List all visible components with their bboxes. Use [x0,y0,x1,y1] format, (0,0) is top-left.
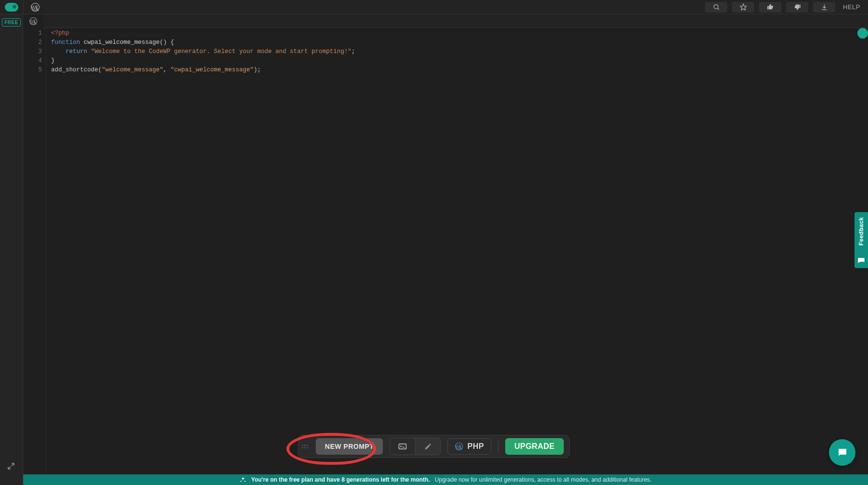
edit-mode-toggle[interactable] [415,438,440,455]
line-number: 5 [23,66,46,75]
svg-point-1 [714,5,718,9]
code-token: <?php [51,30,69,37]
chat-fab[interactable] [829,439,855,466]
code-token: , [163,67,171,73]
code-surface[interactable]: 1 2 3 4 5 <?phpfunction cwpai_welcome_me… [23,28,868,485]
banner-main: You're on the free plan and have 8 gener… [251,476,430,483]
svg-marker-2 [740,4,746,10]
upgrade-button[interactable]: UPGRADE [505,438,564,455]
top-header: HELP [0,0,868,14]
language-label: PHP [467,442,484,451]
code-token: ); [254,67,261,73]
feedback-tab[interactable]: Feedback [854,212,868,268]
banner-text: You're on the free plan and have 8 gener… [251,476,430,483]
console-mode-toggle[interactable] [390,438,415,455]
download-button[interactable] [813,2,835,13]
thumbs-down-icon [794,3,801,11]
feedback-label: Feedback [858,217,865,245]
wordpress-tab[interactable] [23,0,46,14]
search-button[interactable] [705,2,727,13]
wordpress-icon [455,442,463,451]
new-prompt-button[interactable]: NEW PROMPT [316,438,383,455]
star-icon [740,3,747,11]
mode-toggle-group [390,438,441,455]
svg-rect-4 [399,444,407,449]
thumbs-up-icon [767,3,774,11]
header-left [0,0,46,14]
user-avatar[interactable] [857,28,868,39]
bottom-toolbar: NEW PROMPT PHP UPGRADE [298,435,570,458]
search-icon [713,3,720,11]
pencil-icon [424,443,432,450]
tab-strip [23,14,868,28]
language-selector[interactable]: PHP [448,438,491,455]
line-number: 2 [23,38,46,47]
editor: 1 2 3 4 5 <?phpfunction cwpai_welcome_me… [23,14,868,485]
tab-wordpress[interactable] [23,14,43,28]
code-token: return [66,48,87,55]
line-number: 4 [23,56,46,66]
codewp-logo-icon [5,3,18,12]
code-token [87,48,91,55]
code-token: add_shortcode( [51,67,102,73]
toolbar-divider [498,440,499,453]
chat-icon [837,447,848,458]
expand-icon [7,462,15,471]
code-token: ; [352,48,355,55]
code-token: "cwpai_welcome_message" [171,67,254,73]
code-token [51,48,66,55]
code-text[interactable]: <?phpfunction cwpai_welcome_message() { … [46,28,868,485]
thumbs-down-button[interactable] [786,2,808,13]
code-token: "Welcome to the CodeWP generator. Select… [91,48,352,55]
terminal-icon [398,443,407,450]
left-rail: FREE [0,14,23,485]
code-token: cwpai_welcome_message() { [80,39,174,46]
plan-badge[interactable]: FREE [2,18,21,27]
banner-sub: Upgrade now for unlimited generations, a… [435,476,652,483]
thumbs-up-button[interactable] [759,2,781,13]
sparkle-icon [240,476,246,483]
help-link[interactable]: HELP [840,3,863,11]
download-icon [821,3,828,11]
line-number: 3 [23,47,46,56]
favorite-button[interactable] [732,2,754,13]
wordpress-icon [29,17,38,26]
line-gutter: 1 2 3 4 5 [23,28,46,485]
code-token: "welcome_message" [102,67,163,73]
line-number: 1 [23,29,46,38]
upgrade-banner[interactable]: You're on the free plan and have 8 gener… [23,474,868,485]
feedback-icon [857,256,865,263]
header-right: HELP [705,2,868,13]
code-token: function [51,39,80,46]
code-token: } [51,57,55,64]
app-logo[interactable] [0,0,23,14]
wordpress-icon [30,2,40,12]
drag-handle-icon[interactable] [301,445,308,448]
fullscreen-toggle[interactable] [7,462,15,471]
